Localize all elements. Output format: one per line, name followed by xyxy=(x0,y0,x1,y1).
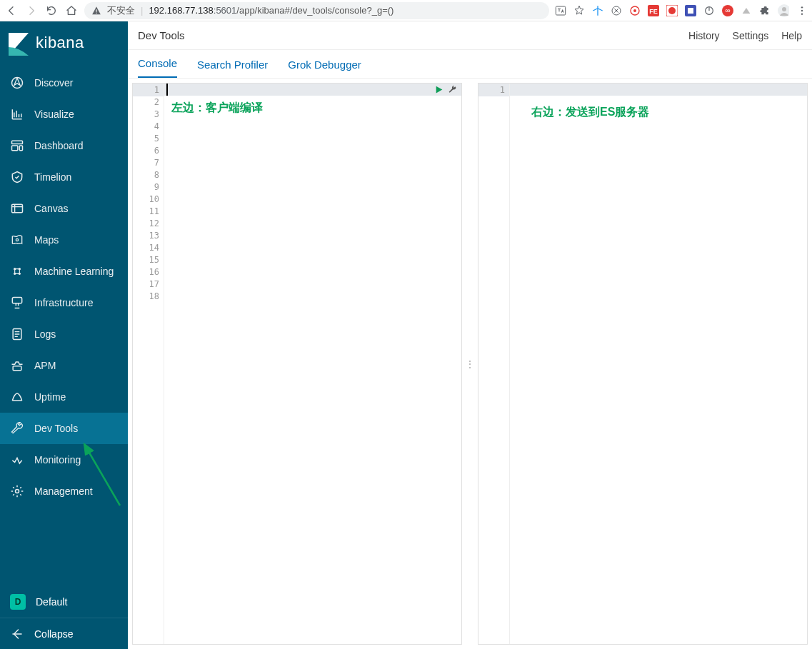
sidebar-item-canvas[interactable]: Canvas xyxy=(0,193,128,224)
gear-icon xyxy=(10,484,24,498)
sidebar-item-label: Maps xyxy=(34,234,59,246)
network-icon xyxy=(10,264,24,278)
request-options-button[interactable] xyxy=(448,85,457,94)
sidebar-item-management[interactable]: Management xyxy=(0,476,128,507)
bookmark-star-icon[interactable] xyxy=(573,5,585,16)
main-content: Dev Tools HistorySettingsHelp ConsoleSea… xyxy=(128,21,812,649)
sidebar-item-machine-learning[interactable]: Machine Learning xyxy=(0,256,128,287)
svg-rect-1 xyxy=(96,12,96,13)
request-editor[interactable]: 左边：客户端编译 xyxy=(164,84,461,644)
sidebar-item-label: Dashboard xyxy=(34,140,84,151)
extension-icon-1[interactable] xyxy=(592,5,603,16)
sidebar-item-label: Logs xyxy=(34,328,56,340)
sidebar: kibana DiscoverVisualizeDashboardTimelio… xyxy=(0,21,128,649)
wrench-icon xyxy=(10,421,24,436)
sidebar-item-label: Canvas xyxy=(34,203,68,214)
tab-console[interactable]: Console xyxy=(138,57,177,78)
space-badge: D xyxy=(10,594,26,610)
profile-avatar-icon[interactable] xyxy=(778,5,789,16)
extension-icon-3[interactable] xyxy=(629,5,641,16)
tray-icon xyxy=(10,358,24,373)
console-response-pane: 1 右边：发送到ES服务器 xyxy=(478,83,808,645)
nav-reload-button[interactable] xyxy=(44,4,59,18)
header-link-history[interactable]: History xyxy=(688,30,720,41)
svg-rect-0 xyxy=(96,9,96,12)
send-request-button[interactable] xyxy=(434,85,443,94)
pane-resize-handle[interactable]: ⋮ xyxy=(466,83,473,645)
sidebar-item-dashboard[interactable]: Dashboard xyxy=(0,130,128,161)
sidebar-item-label: Discover xyxy=(34,77,73,89)
annotation-left: 左边：客户端编译 xyxy=(171,101,263,116)
extension-icon-8[interactable] xyxy=(741,5,752,16)
collapse-label: Collapse xyxy=(34,628,73,640)
sidebar-item-monitoring[interactable]: Monitoring xyxy=(0,444,128,476)
power-icon[interactable] xyxy=(703,5,715,16)
app-logo[interactable]: kibana xyxy=(0,21,128,64)
nav-home-button[interactable] xyxy=(64,4,79,18)
extension-icon-6[interactable] xyxy=(685,5,696,16)
extension-icon-4[interactable]: FE xyxy=(648,5,659,16)
collapse-sidebar-button[interactable]: Collapse xyxy=(0,618,128,649)
svg-rect-23 xyxy=(12,146,18,151)
svg-text:∞: ∞ xyxy=(725,6,730,14)
compass-icon xyxy=(10,76,24,90)
sidebar-item-label: Management xyxy=(34,486,93,497)
svg-point-19 xyxy=(801,9,803,11)
text-cursor xyxy=(166,84,168,96)
svg-rect-25 xyxy=(12,204,23,213)
svg-point-9 xyxy=(668,7,676,14)
translate-icon[interactable] xyxy=(555,5,566,16)
annotation-right: 右边：发送到ES服务器 xyxy=(531,105,649,120)
response-viewer: 右边：发送到ES服务器 xyxy=(510,84,807,644)
grid-icon xyxy=(10,201,24,216)
svg-text:FE: FE xyxy=(649,8,658,15)
nav-back-button[interactable] xyxy=(4,4,19,18)
security-label: 不安全 xyxy=(107,4,135,17)
uptime-icon xyxy=(10,390,24,404)
sidebar-item-label: Visualize xyxy=(34,109,74,120)
document-icon xyxy=(10,327,24,341)
sidebar-item-label: Dev Tools xyxy=(34,423,78,434)
url-text: 192.168.77.138:5601/app/kibana#/dev_tool… xyxy=(149,5,394,16)
svg-rect-2 xyxy=(556,6,565,15)
extension-icons: FE ∞ xyxy=(555,5,808,16)
header-link-settings[interactable]: Settings xyxy=(733,30,769,41)
svg-rect-24 xyxy=(19,146,22,151)
svg-point-17 xyxy=(782,7,786,11)
insecure-icon xyxy=(91,6,101,16)
browser-toolbar: 不安全 | 192.168.77.138:5601/app/kibana#/de… xyxy=(0,0,812,21)
sidebar-item-dev-tools[interactable]: Dev Tools xyxy=(0,413,128,444)
console-request-pane[interactable]: 123456789101112131415161718 左边：客户端编译 xyxy=(132,83,462,645)
nav-forward-button[interactable] xyxy=(24,4,39,18)
sidebar-item-label: Infrastructure xyxy=(34,297,93,308)
sidebar-item-logs[interactable]: Logs xyxy=(0,318,128,350)
arrow-left-icon xyxy=(10,627,24,641)
space-selector[interactable]: D Default xyxy=(0,586,128,618)
extension-icon-5[interactable] xyxy=(666,5,678,16)
sidebar-item-apm[interactable]: APM xyxy=(0,350,128,381)
server-icon xyxy=(10,296,24,310)
extension-icon-7[interactable]: ∞ xyxy=(722,5,733,16)
header-link-help[interactable]: Help xyxy=(781,30,802,41)
sidebar-item-uptime[interactable]: Uptime xyxy=(0,381,128,413)
sidebar-item-timelion[interactable]: Timelion xyxy=(0,161,128,193)
sidebar-item-label: Machine Learning xyxy=(34,266,114,277)
sidebar-item-visualize[interactable]: Visualize xyxy=(0,99,128,130)
extension-icon-2[interactable] xyxy=(611,5,622,16)
extensions-puzzle-icon[interactable] xyxy=(759,5,771,16)
app-logo-text: kibana xyxy=(36,34,84,52)
browser-menu-icon[interactable] xyxy=(796,5,808,16)
tab-grok-debugger[interactable]: Grok Debugger xyxy=(288,59,361,78)
sidebar-item-discover[interactable]: Discover xyxy=(0,67,128,99)
svg-point-18 xyxy=(801,6,803,8)
sidebar-item-maps[interactable]: Maps xyxy=(0,224,128,256)
response-line-gutter: 1 xyxy=(478,84,510,644)
tabs: ConsoleSearch ProfilerGrok Debugger xyxy=(128,50,812,79)
sidebar-item-infrastructure[interactable]: Infrastructure xyxy=(0,287,128,318)
svg-rect-11 xyxy=(688,8,693,14)
request-line-gutter: 123456789101112131415161718 xyxy=(133,84,164,644)
tab-search-profiler[interactable]: Search Profiler xyxy=(197,59,268,78)
sidebar-item-label: Timelion xyxy=(34,171,71,183)
sidebar-item-label: Uptime xyxy=(34,391,66,403)
url-bar[interactable]: 不安全 | 192.168.77.138:5601/app/kibana#/de… xyxy=(84,2,549,19)
